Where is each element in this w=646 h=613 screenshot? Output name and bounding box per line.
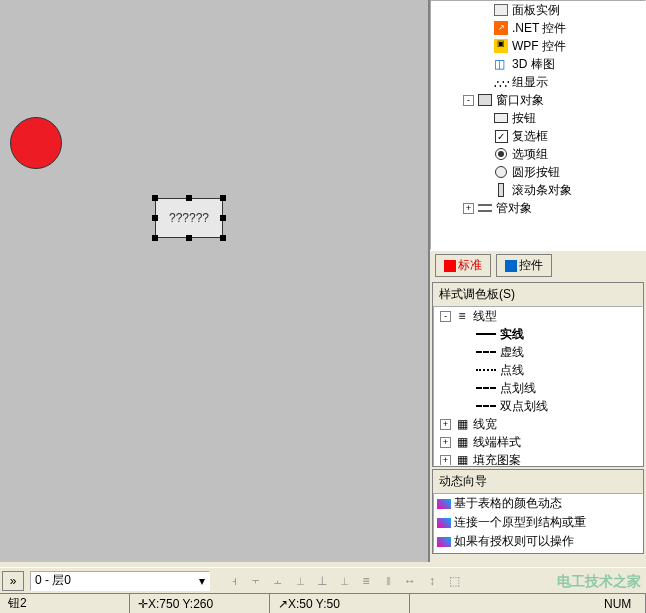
wizard-list[interactable]: 基于表格的颜色动态连接一个原型到结构或重如果有授权则可以操作填充对象 (433, 493, 643, 553)
line-sample-icon (476, 351, 496, 353)
line-sample-icon (476, 369, 496, 371)
tree-item[interactable]: +管对象 (431, 199, 645, 217)
line-sample-icon (476, 387, 496, 389)
tree-expander[interactable]: + (463, 203, 474, 214)
tree-label: 按钮 (512, 110, 536, 127)
wizard-item[interactable]: 如果有授权则可以操作 (434, 532, 642, 551)
wpf-icon: ▣ (493, 38, 509, 54)
resize-handle[interactable] (220, 215, 226, 221)
align-bottom-icon[interactable]: ⟂ (334, 571, 354, 591)
wizard-panel: 动态向导 基于表格的颜色动态连接一个原型到结构或重如果有授权则可以操作填充对象 (432, 469, 644, 554)
resize-handle[interactable] (220, 235, 226, 241)
watermark: 电工技术之家 (557, 573, 641, 591)
chevron-down-icon: ▾ (199, 574, 205, 588)
tree-expander[interactable]: - (463, 95, 474, 106)
right-panel: 面板实例↗.NET 控件▣WPF 控件◫3D 棒图∴∵组显示-窗口对象按钮✓复选… (430, 0, 646, 595)
align-left-icon[interactable]: ⫞ (224, 571, 244, 591)
resize-handle[interactable] (186, 235, 192, 241)
wizard-item[interactable]: 填充对象 (434, 551, 642, 553)
resize-handle[interactable] (220, 195, 226, 201)
canvas-workspace[interactable]: ?????? (0, 0, 430, 562)
object-tree[interactable]: 面板实例↗.NET 控件▣WPF 控件◫3D 棒图∴∵组显示-窗口对象按钮✓复选… (430, 0, 646, 250)
pattern-icon: ▦ (454, 416, 470, 432)
align-center-icon[interactable]: ⫟ (246, 571, 266, 591)
tree-item[interactable]: ↗.NET 控件 (431, 19, 645, 37)
tree-item[interactable]: +▦线端样式 (434, 433, 642, 451)
pattern-icon: ▦ (454, 434, 470, 450)
distribute-h-icon[interactable]: ≡ (356, 571, 376, 591)
tree-item[interactable]: -≡线型 (434, 307, 642, 325)
wizard-icon (437, 518, 451, 528)
same-width-icon[interactable]: ↔ (400, 571, 420, 591)
tree-item[interactable]: 面板实例 (431, 1, 645, 19)
selected-object[interactable]: ?????? (155, 198, 223, 238)
dotnet-icon: ↗ (493, 20, 509, 36)
panel-icon (493, 2, 509, 18)
distribute-v-icon[interactable]: ⦀ (378, 571, 398, 591)
layer-selector[interactable]: 0 - 层0 ▾ (30, 571, 210, 591)
tree-item[interactable]: ✓复选框 (431, 127, 645, 145)
tree-label: 选项组 (512, 146, 548, 163)
tree-item[interactable]: ▣WPF 控件 (431, 37, 645, 55)
tab-standard[interactable]: 标准 (435, 254, 491, 277)
radio-icon (493, 146, 509, 162)
tree-item[interactable]: ◫3D 棒图 (431, 55, 645, 73)
group-icon: ∴∵ (493, 74, 509, 90)
tree-item[interactable]: +▦线宽 (434, 415, 642, 433)
status-object: 钮2 (0, 594, 130, 613)
bottom-toolbar: » 0 - 层0 ▾ ⫞ ⫟ ⫠ ⟂ ⊥ ⟂ ≡ ⦀ ↔ ↕ ⬚ (0, 567, 646, 593)
line-style-item[interactable]: 点划线 (434, 379, 642, 397)
status-coord2: ↗ X:50 Y:50 (270, 594, 410, 613)
tree-label: 窗口对象 (496, 92, 544, 109)
tree-item[interactable]: 滚动条对象 (431, 181, 645, 199)
align-right-icon[interactable]: ⫠ (268, 571, 288, 591)
tab-bar: 标准 控件 (430, 250, 646, 280)
align-middle-icon[interactable]: ⊥ (312, 571, 332, 591)
tree-item[interactable]: 按钮 (431, 109, 645, 127)
pipe-icon (477, 200, 493, 216)
checkbox-icon: ✓ (493, 128, 509, 144)
crosshair-icon: ✛ (138, 597, 148, 611)
line-sample-icon (476, 405, 496, 407)
resize-handle[interactable] (152, 195, 158, 201)
tree-label: 复选框 (512, 128, 548, 145)
tree-item[interactable]: 选项组 (431, 145, 645, 163)
wizard-item[interactable]: 基于表格的颜色动态 (434, 494, 642, 513)
style-tree[interactable]: -≡线型实线虚线点线点划线双点划线+▦线宽+▦线端样式+▦填充图案 (433, 306, 643, 466)
line-style-item[interactable]: 双点划线 (434, 397, 642, 415)
same-size-icon[interactable]: ⬚ (444, 571, 464, 591)
size-icon: ↗ (278, 597, 288, 611)
tree-expander[interactable]: + (440, 437, 451, 448)
tree-item[interactable]: -窗口对象 (431, 91, 645, 109)
resize-handle[interactable] (152, 215, 158, 221)
status-num: NUM (596, 594, 646, 613)
alignment-toolbar: ⫞ ⫟ ⫠ ⟂ ⊥ ⟂ ≡ ⦀ ↔ ↕ ⬚ (224, 571, 464, 591)
tree-label: 面板实例 (512, 2, 560, 19)
line-style-item[interactable]: 虚线 (434, 343, 642, 361)
style-palette-panel: 样式调色板(S) -≡线型实线虚线点线点划线双点划线+▦线宽+▦线端样式+▦填充… (432, 282, 644, 467)
tree-label: 滚动条对象 (512, 182, 572, 199)
line-style-item[interactable]: 实线 (434, 325, 642, 343)
window-icon (477, 92, 493, 108)
same-height-icon[interactable]: ↕ (422, 571, 442, 591)
lines-icon: ≡ (454, 308, 470, 324)
resize-handle[interactable] (152, 235, 158, 241)
tree-expander[interactable]: - (440, 311, 451, 322)
align-top-icon[interactable]: ⟂ (290, 571, 310, 591)
wizard-item[interactable]: 连接一个原型到结构或重 (434, 513, 642, 532)
tree-item[interactable]: ∴∵组显示 (431, 73, 645, 91)
tree-item[interactable]: +▦填充图案 (434, 451, 642, 466)
roundbtn-icon (493, 164, 509, 180)
tab-controls[interactable]: 控件 (496, 254, 552, 277)
expand-button[interactable]: » (2, 571, 24, 591)
button-icon (493, 110, 509, 126)
tree-expander[interactable]: + (440, 419, 451, 430)
tree-label: 3D 棒图 (512, 56, 555, 73)
tree-label: 圆形按钮 (512, 164, 560, 181)
status-bar: 钮2 ✛ X:750 Y:260 ↗ X:50 Y:50 NUM (0, 593, 646, 613)
red-circle-shape[interactable] (10, 117, 62, 169)
resize-handle[interactable] (186, 195, 192, 201)
line-style-item[interactable]: 点线 (434, 361, 642, 379)
tree-item[interactable]: 圆形按钮 (431, 163, 645, 181)
tree-expander[interactable]: + (440, 455, 451, 466)
